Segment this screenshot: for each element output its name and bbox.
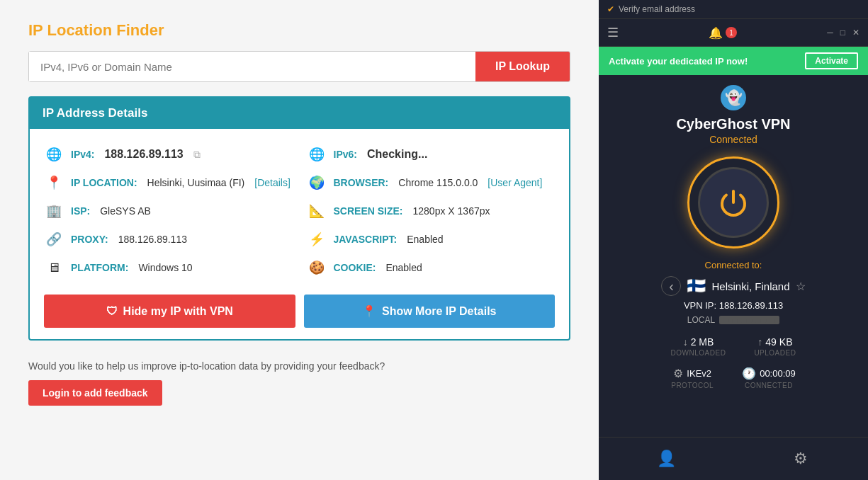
uploaded-value: 49 KB xyxy=(765,336,792,348)
power-icon xyxy=(716,185,750,219)
ip-column-left: 🌐 IPv4: 188.126.89.113 ⧉ 📍 IP LOCATION: … xyxy=(44,140,293,282)
maximize-button[interactable]: □ xyxy=(840,28,845,38)
page-title: IP Location Finder xyxy=(28,21,570,40)
platform-label: PLATFORM: xyxy=(71,262,128,273)
vpn-notification: 🔔 1 xyxy=(709,26,737,40)
menu-icon[interactable]: ☰ xyxy=(607,25,619,40)
action-buttons: 🛡 Hide my IP with VPN 📍 Show More IP Det… xyxy=(44,295,555,328)
ipv6-icon: 🌐 xyxy=(307,144,327,164)
proxy-label: PROXY: xyxy=(71,234,108,245)
vpn-ip-label: VPN IP: xyxy=(684,300,716,311)
verify-check-icon: ✔ xyxy=(607,4,614,14)
javascript-label: JAVASCRIPT: xyxy=(334,234,398,245)
more-details-label: Show More IP Details xyxy=(382,305,497,318)
ipv4-icon: 🌐 xyxy=(44,144,64,164)
cookie-value: Enabled xyxy=(385,262,422,273)
platform-value: Windows 10 xyxy=(138,262,192,273)
ip-location-icon: 📍 xyxy=(44,173,64,193)
ipv4-row: 🌐 IPv4: 188.126.89.113 ⧉ xyxy=(44,140,293,168)
hide-ip-button[interactable]: 🛡 Hide my IP with VPN xyxy=(44,295,295,328)
power-button[interactable] xyxy=(698,167,769,238)
location-name: Helsinki, Finland xyxy=(711,280,789,292)
verify-email-text: Verify email address xyxy=(619,4,695,14)
isp-row: 🏢 ISP: GleSYS AB xyxy=(44,197,293,225)
ip-location-details-link[interactable]: [Details] xyxy=(254,177,291,188)
protocol-icon: ⚙ xyxy=(673,367,683,380)
upload-arrow-icon: ↑ xyxy=(757,336,762,348)
hide-ip-label: Hide my IP with VPN xyxy=(123,305,233,318)
ip-details-header: IP Address Details xyxy=(30,98,569,129)
vpn-status: Connected xyxy=(709,134,757,145)
vpn-logo-icon: 👻 xyxy=(721,85,746,110)
local-label: LOCAL xyxy=(687,315,715,325)
stats-row: ↓ 2 MB DOWNLOADED ↑ 49 KB UPLOADED xyxy=(671,336,796,357)
info-row: ⚙ IKEv2 PROTOCOL 🕐 00:00:09 CONNECTED xyxy=(671,367,796,389)
vpn-bottom-nav: 👤 ⚙ xyxy=(599,437,868,480)
vpn-top-bar: ☰ 🔔 1 ─ □ ✕ xyxy=(599,19,868,47)
ip-location-label: IP LOCATION: xyxy=(71,177,137,188)
ip-details-card: IP Address Details 🌐 IPv4: 188.126.89.11… xyxy=(28,96,570,341)
screen-row: 📐 SCREEN SIZE: 1280px X 1367px xyxy=(307,197,556,225)
masked-ip: ■■■■■■■■■■■ xyxy=(719,316,779,324)
platform-icon: 🖥 xyxy=(44,258,64,278)
ipv6-row: 🌐 IPv6: Checking... xyxy=(307,140,556,168)
downloaded-stat: ↓ 2 MB DOWNLOADED xyxy=(671,336,726,357)
ip-location-value: Helsinki, Uusimaa (FI) xyxy=(147,177,245,188)
verify-email-bar: ✔ Verify email address xyxy=(599,0,868,19)
clock-icon: 🕐 xyxy=(742,367,756,380)
search-bar: IP Lookup xyxy=(28,51,570,82)
downloaded-value: 2 MB xyxy=(691,336,714,348)
time-item: 🕐 00:00:09 CONNECTED xyxy=(742,367,796,389)
platform-row: 🖥 PLATFORM: Windows 10 xyxy=(44,253,293,282)
activate-banner: Activate your dedicated IP now! Activate xyxy=(599,47,868,75)
screen-label: SCREEN SIZE: xyxy=(334,205,403,217)
shield-icon: 🛡 xyxy=(106,305,118,318)
proxy-value: 188.126.89.113 xyxy=(118,234,187,245)
power-button-container xyxy=(687,156,779,248)
vpn-main: 👻 CyberGhost VPN Connected Connected to:… xyxy=(599,75,868,437)
left-panel: IP Location Finder IP Lookup IP Address … xyxy=(0,0,599,480)
protocol-value: IKEv2 xyxy=(687,368,711,379)
search-input[interactable] xyxy=(29,52,475,81)
vpn-ip-value: 188.126.89.113 xyxy=(719,300,783,311)
ip-location-row: 📍 IP LOCATION: Helsinki, Uusimaa (FI) [D… xyxy=(44,168,293,197)
javascript-value: Enabled xyxy=(407,234,443,245)
activate-text: Activate your dedicated IP now! xyxy=(609,56,748,67)
activate-button[interactable]: Activate xyxy=(805,52,858,69)
screen-icon: 📐 xyxy=(307,201,327,221)
close-button[interactable]: ✕ xyxy=(852,28,859,38)
profile-nav-icon[interactable]: 👤 xyxy=(652,445,680,473)
ipv6-value: Checking... xyxy=(367,148,427,161)
copy-icon[interactable]: ⧉ xyxy=(193,149,201,161)
lookup-button[interactable]: IP Lookup xyxy=(475,52,570,81)
javascript-row: ⚡ JAVASCRIPT: Enabled xyxy=(307,225,556,253)
ipv4-label: IPv4: xyxy=(71,149,94,160)
title-text: IP Location xyxy=(28,21,112,39)
browser-row: 🌍 BROWSER: Chrome 115.0.0.0 [User Agent] xyxy=(307,168,556,197)
isp-value: GleSYS AB xyxy=(100,205,151,217)
location-row: ‹ 🇫🇮 Helsinki, Finland ☆ xyxy=(661,276,805,296)
settings-nav-icon[interactable]: ⚙ xyxy=(787,445,815,473)
card-header-text: IP Address Details xyxy=(43,106,147,120)
bell-icon: 🔔 xyxy=(709,26,723,40)
connected-time-label: CONNECTED xyxy=(745,382,793,389)
proxy-row: 🔗 PROXY: 188.126.89.113 xyxy=(44,225,293,253)
feedback-text: Would you like to help us improve ip-to-… xyxy=(28,360,570,372)
local-row: LOCAL ■■■■■■■■■■■ xyxy=(687,315,779,325)
more-details-button[interactable]: 📍 Show More IP Details xyxy=(304,295,556,328)
vpn-ip-row: VPN IP: 188.126.89.113 xyxy=(684,300,783,311)
browser-icon: 🌍 xyxy=(307,173,327,193)
chevron-left-button[interactable]: ‹ xyxy=(661,276,681,296)
vpn-panel: ✔ Verify email address ☰ 🔔 1 ─ □ ✕ Activ… xyxy=(599,0,868,480)
ip-column-right: 🌐 IPv6: Checking... 🌍 BROWSER: Chrome 11… xyxy=(307,140,556,282)
downloaded-label: DOWNLOADED xyxy=(671,349,726,357)
download-arrow-icon: ↓ xyxy=(683,336,688,348)
user-agent-link[interactable]: [User Agent] xyxy=(487,177,542,188)
login-button[interactable]: Login to add feedback xyxy=(28,380,162,406)
protocol-item: ⚙ IKEv2 PROTOCOL xyxy=(671,367,714,389)
notification-badge: 1 xyxy=(726,27,737,38)
star-icon[interactable]: ☆ xyxy=(796,280,806,293)
minimize-button[interactable]: ─ xyxy=(827,28,833,38)
feedback-section: Would you like to help us improve ip-to-… xyxy=(28,360,570,406)
browser-label: BROWSER: xyxy=(334,177,389,188)
